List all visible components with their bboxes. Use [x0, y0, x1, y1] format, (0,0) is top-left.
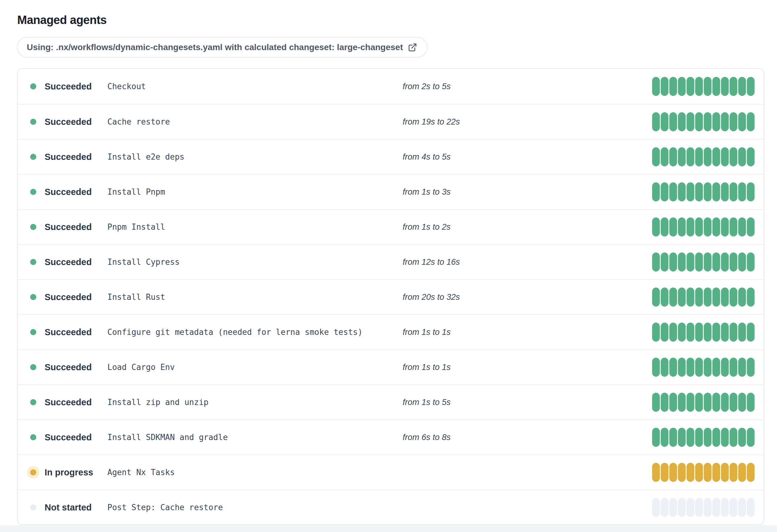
bar-segment	[669, 147, 677, 166]
bar-segment	[738, 393, 746, 412]
bar-segment	[712, 77, 720, 96]
step-row[interactable]: Succeeded Install Pnpm from 1s to 3s	[18, 174, 764, 209]
bar-segment	[695, 218, 703, 237]
bar-segment	[669, 253, 677, 272]
step-name: Pnpm Install	[107, 222, 403, 232]
step-row[interactable]: Succeeded Configure git metadata (needed…	[18, 314, 764, 349]
bar-segment	[721, 322, 729, 342]
bar-segment	[695, 287, 703, 306]
bar-segment	[738, 463, 746, 482]
bar-segment	[712, 287, 720, 306]
bar-segment	[747, 218, 755, 237]
bar-segment	[687, 498, 694, 517]
bar-segment	[747, 77, 755, 96]
bar-segment	[747, 428, 755, 447]
step-duration: from 2s to 5s	[403, 82, 652, 91]
duration-bar	[652, 358, 755, 377]
step-row[interactable]: Succeeded Install Rust from 20s to 32s	[18, 279, 764, 314]
bar-segment	[661, 253, 668, 272]
bar-segment	[678, 147, 686, 166]
step-row[interactable]: Succeeded Pnpm Install from 1s to 2s	[18, 209, 764, 244]
bar-segment	[704, 253, 711, 272]
bar-segment	[687, 287, 694, 306]
bar-segment	[678, 182, 686, 202]
bar-segment	[695, 147, 703, 166]
duration-bar	[652, 77, 755, 96]
step-name: Load Cargo Env	[107, 363, 403, 372]
bar-segment	[747, 322, 755, 342]
bar-segment	[747, 112, 755, 131]
bar-segment	[747, 147, 755, 166]
step-duration: from 12s to 16s	[403, 257, 652, 267]
bar-segment	[678, 358, 686, 377]
status-dot	[30, 329, 36, 335]
status-dot	[30, 364, 36, 370]
step-duration: from 1s to 3s	[403, 187, 652, 197]
bar-segment	[747, 253, 755, 272]
bar-segment	[721, 428, 729, 447]
step-duration: from 1s to 2s	[403, 222, 652, 232]
step-row[interactable]: Succeeded Cache restore from 19s to 22s	[18, 104, 764, 139]
step-row[interactable]: Succeeded Install SDKMAN and gradle from…	[18, 419, 764, 454]
step-duration: from 20s to 32s	[403, 292, 652, 302]
external-link-icon[interactable]	[408, 43, 417, 52]
bar-segment	[669, 358, 677, 377]
next-section-background	[0, 525, 777, 532]
step-row[interactable]: Succeeded Install e2e deps from 4s to 5s	[18, 139, 764, 174]
bar-segment	[704, 463, 711, 482]
bar-segment	[695, 112, 703, 131]
bar-segment	[730, 182, 737, 202]
bar-segment	[712, 112, 720, 131]
duration-bar	[652, 498, 755, 517]
step-row[interactable]: Succeeded Checkout from 2s to 5s	[18, 69, 764, 104]
step-duration: from 19s to 22s	[403, 117, 652, 127]
bar-segment	[721, 358, 729, 377]
bar-segment	[678, 77, 686, 96]
step-row[interactable]: Not started Post Step: Cache restore	[18, 490, 764, 525]
bar-segment	[661, 77, 668, 96]
bar-segment	[661, 147, 668, 166]
step-row[interactable]: Succeeded Load Cargo Env from 1s to 1s	[18, 349, 764, 384]
status-label: Succeeded	[44, 82, 92, 92]
step-row[interactable]: In progress Agent Nx Tasks	[18, 454, 764, 490]
step-name: Install Pnpm	[107, 187, 403, 196]
bar-segment	[652, 287, 660, 306]
bar-segment	[747, 463, 755, 482]
step-status-cell: Succeeded	[18, 117, 107, 127]
bar-segment	[712, 498, 720, 517]
workflow-banner-text: Using: .nx/workflows/dynamic-changesets.…	[27, 42, 403, 52]
bar-segment	[661, 322, 668, 342]
step-name: Post Step: Cache restore	[107, 503, 403, 512]
duration-bar	[652, 463, 755, 482]
step-name: Install e2e deps	[107, 152, 403, 161]
bar-segment	[669, 393, 677, 412]
step-row[interactable]: Succeeded Install zip and unzip from 1s …	[18, 384, 764, 419]
bar-segment	[712, 253, 720, 272]
status-label: Succeeded	[44, 292, 92, 302]
step-status-cell: Succeeded	[18, 82, 107, 92]
step-status-cell: Not started	[18, 503, 107, 513]
status-label: Succeeded	[44, 432, 92, 442]
status-label: In progress	[44, 468, 93, 478]
step-status-cell: Succeeded	[18, 327, 107, 337]
step-status-cell: Succeeded	[18, 222, 107, 232]
step-status-cell: Succeeded	[18, 362, 107, 372]
bar-segment	[661, 112, 668, 131]
bar-segment	[661, 182, 668, 202]
bar-segment	[661, 218, 668, 237]
bar-segment	[704, 218, 711, 237]
bar-segment	[738, 287, 746, 306]
bar-segment	[738, 358, 746, 377]
bar-segment	[730, 498, 737, 517]
duration-bar	[652, 182, 755, 202]
status-label: Succeeded	[44, 362, 92, 372]
bar-segment	[669, 77, 677, 96]
bar-segment	[712, 428, 720, 447]
bar-segment	[738, 77, 746, 96]
bar-segment	[661, 428, 668, 447]
bar-segment	[678, 393, 686, 412]
step-row[interactable]: Succeeded Install Cypress from 12s to 16…	[18, 244, 764, 279]
step-status-cell: Succeeded	[18, 397, 107, 407]
bar-segment	[652, 253, 660, 272]
bar-segment	[678, 253, 686, 272]
